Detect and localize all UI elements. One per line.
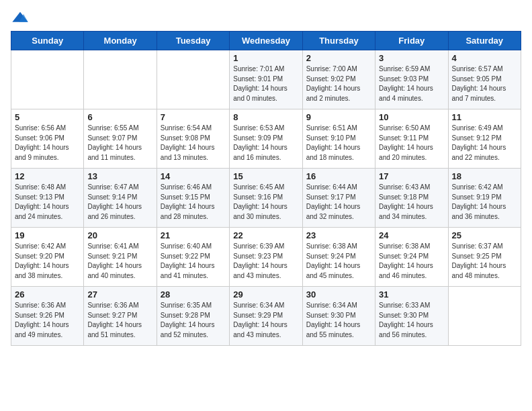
cell-content: Sunrise: 6:33 AMSunset: 9:30 PMDaylight:… (379, 301, 444, 340)
cell-content: Sunrise: 7:00 AMSunset: 9:02 PMDaylight:… (306, 64, 371, 103)
cell-content: Sunrise: 6:54 AMSunset: 9:08 PMDaylight:… (161, 124, 226, 163)
calendar-cell: 18Sunrise: 6:42 AMSunset: 9:19 PMDayligh… (448, 169, 521, 228)
day-number: 31 (379, 289, 444, 300)
calendar-cell: 7Sunrise: 6:54 AMSunset: 9:08 PMDaylight… (157, 109, 229, 169)
calendar-cell: 21Sunrise: 6:40 AMSunset: 9:22 PMDayligh… (157, 228, 229, 287)
cell-content: Sunrise: 6:38 AMSunset: 9:24 PMDaylight:… (379, 242, 444, 281)
calendar-cell: 9Sunrise: 6:51 AMSunset: 9:10 PMDaylight… (302, 109, 375, 169)
cell-content: Sunrise: 6:35 AMSunset: 9:28 PMDaylight:… (161, 301, 226, 340)
calendar-cell: 20Sunrise: 6:41 AMSunset: 9:21 PMDayligh… (84, 228, 157, 287)
day-number: 28 (161, 289, 226, 300)
weekday-header-wednesday: Wednesday (230, 32, 302, 50)
day-number: 6 (87, 112, 152, 122)
day-number: 7 (161, 112, 226, 122)
cell-content: Sunrise: 6:44 AMSunset: 9:17 PMDaylight:… (306, 183, 371, 222)
day-number: 1 (233, 53, 298, 63)
calendar-cell: 23Sunrise: 6:38 AMSunset: 9:24 PMDayligh… (302, 228, 375, 287)
day-number: 18 (452, 171, 517, 181)
cell-content: Sunrise: 6:47 AMSunset: 9:14 PMDaylight:… (87, 183, 152, 222)
day-number: 10 (379, 112, 444, 122)
cell-content: Sunrise: 6:48 AMSunset: 9:13 PMDaylight:… (15, 183, 80, 222)
weekday-header-monday: Monday (84, 32, 157, 50)
calendar-cell (448, 287, 521, 346)
calendar-cell (11, 50, 84, 109)
calendar-cell: 14Sunrise: 6:46 AMSunset: 9:15 PMDayligh… (157, 169, 229, 228)
cell-content: Sunrise: 6:36 AMSunset: 9:27 PMDaylight:… (87, 301, 152, 340)
logo (11, 11, 32, 24)
calendar-cell: 5Sunrise: 6:56 AMSunset: 9:06 PMDaylight… (11, 109, 84, 169)
calendar-cell: 12Sunrise: 6:48 AMSunset: 9:13 PMDayligh… (11, 169, 84, 228)
cell-content: Sunrise: 6:42 AMSunset: 9:20 PMDaylight:… (15, 242, 80, 281)
day-number: 21 (161, 230, 226, 240)
day-number: 20 (87, 230, 152, 240)
cell-content: Sunrise: 6:55 AMSunset: 9:07 PMDaylight:… (87, 124, 152, 163)
day-number: 14 (161, 171, 226, 181)
calendar-cell: 13Sunrise: 6:47 AMSunset: 9:14 PMDayligh… (84, 169, 157, 228)
weekday-header-friday: Friday (375, 32, 448, 50)
calendar-cell: 16Sunrise: 6:44 AMSunset: 9:17 PMDayligh… (302, 169, 375, 228)
logo-icon (11, 11, 30, 24)
calendar-cell: 2Sunrise: 7:00 AMSunset: 9:02 PMDaylight… (302, 50, 375, 109)
cell-content: Sunrise: 6:38 AMSunset: 9:24 PMDaylight:… (306, 242, 371, 281)
cell-content: Sunrise: 6:57 AMSunset: 9:05 PMDaylight:… (452, 64, 517, 103)
calendar-cell: 29Sunrise: 6:34 AMSunset: 9:29 PMDayligh… (230, 287, 302, 346)
calendar-cell: 1Sunrise: 7:01 AMSunset: 9:01 PMDaylight… (230, 50, 302, 109)
day-number: 11 (452, 112, 517, 122)
day-number: 2 (306, 53, 371, 63)
day-number: 4 (452, 53, 517, 63)
day-number: 15 (233, 171, 298, 181)
calendar-cell: 31Sunrise: 6:33 AMSunset: 9:30 PMDayligh… (375, 287, 448, 346)
calendar-cell (84, 50, 157, 109)
day-number: 19 (15, 230, 80, 240)
weekday-header-thursday: Thursday (302, 32, 375, 50)
calendar-cell: 25Sunrise: 6:37 AMSunset: 9:25 PMDayligh… (448, 228, 521, 287)
cell-content: Sunrise: 7:01 AMSunset: 9:01 PMDaylight:… (233, 64, 298, 103)
day-number: 23 (306, 230, 371, 240)
calendar-table: SundayMondayTuesdayWednesdayThursdayFrid… (11, 31, 521, 346)
day-number: 30 (306, 289, 371, 300)
cell-content: Sunrise: 6:41 AMSunset: 9:21 PMDaylight:… (87, 242, 152, 281)
calendar-cell: 17Sunrise: 6:43 AMSunset: 9:18 PMDayligh… (375, 169, 448, 228)
cell-content: Sunrise: 6:34 AMSunset: 9:30 PMDaylight:… (306, 301, 371, 340)
day-number: 13 (87, 171, 152, 181)
cell-content: Sunrise: 6:37 AMSunset: 9:25 PMDaylight:… (452, 242, 517, 281)
day-number: 27 (87, 289, 152, 300)
day-number: 8 (233, 112, 298, 122)
cell-content: Sunrise: 6:40 AMSunset: 9:22 PMDaylight:… (161, 242, 226, 281)
calendar-cell: 3Sunrise: 6:59 AMSunset: 9:03 PMDaylight… (375, 50, 448, 109)
day-number: 25 (452, 230, 517, 240)
calendar-cell (157, 50, 229, 109)
calendar-cell: 19Sunrise: 6:42 AMSunset: 9:20 PMDayligh… (11, 228, 84, 287)
calendar-cell: 4Sunrise: 6:57 AMSunset: 9:05 PMDaylight… (448, 50, 521, 109)
cell-content: Sunrise: 6:42 AMSunset: 9:19 PMDaylight:… (452, 183, 517, 222)
cell-content: Sunrise: 6:56 AMSunset: 9:06 PMDaylight:… (15, 124, 80, 163)
calendar-cell: 6Sunrise: 6:55 AMSunset: 9:07 PMDaylight… (84, 109, 157, 169)
cell-content: Sunrise: 6:59 AMSunset: 9:03 PMDaylight:… (379, 64, 444, 103)
day-number: 29 (233, 289, 298, 300)
day-number: 17 (379, 171, 444, 181)
day-number: 24 (379, 230, 444, 240)
weekday-header-saturday: Saturday (448, 32, 521, 50)
day-number: 16 (306, 171, 371, 181)
calendar-cell: 30Sunrise: 6:34 AMSunset: 9:30 PMDayligh… (302, 287, 375, 346)
weekday-header-sunday: Sunday (11, 32, 84, 50)
calendar-cell: 24Sunrise: 6:38 AMSunset: 9:24 PMDayligh… (375, 228, 448, 287)
cell-content: Sunrise: 6:50 AMSunset: 9:11 PMDaylight:… (379, 124, 444, 163)
cell-content: Sunrise: 6:34 AMSunset: 9:29 PMDaylight:… (233, 301, 298, 340)
weekday-header-tuesday: Tuesday (157, 32, 229, 50)
calendar-cell: 28Sunrise: 6:35 AMSunset: 9:28 PMDayligh… (157, 287, 229, 346)
calendar-cell: 22Sunrise: 6:39 AMSunset: 9:23 PMDayligh… (230, 228, 302, 287)
cell-content: Sunrise: 6:39 AMSunset: 9:23 PMDaylight:… (233, 242, 298, 281)
day-number: 26 (15, 289, 80, 300)
day-number: 9 (306, 112, 371, 122)
day-number: 22 (233, 230, 298, 240)
calendar-cell: 11Sunrise: 6:49 AMSunset: 9:12 PMDayligh… (448, 109, 521, 169)
day-number: 3 (379, 53, 444, 63)
day-number: 5 (15, 112, 80, 122)
calendar-cell: 10Sunrise: 6:50 AMSunset: 9:11 PMDayligh… (375, 109, 448, 169)
day-number: 12 (15, 171, 80, 181)
calendar-cell: 8Sunrise: 6:53 AMSunset: 9:09 PMDaylight… (230, 109, 302, 169)
cell-content: Sunrise: 6:43 AMSunset: 9:18 PMDaylight:… (379, 183, 444, 222)
cell-content: Sunrise: 6:36 AMSunset: 9:26 PMDaylight:… (15, 301, 80, 340)
cell-content: Sunrise: 6:51 AMSunset: 9:10 PMDaylight:… (306, 124, 371, 163)
